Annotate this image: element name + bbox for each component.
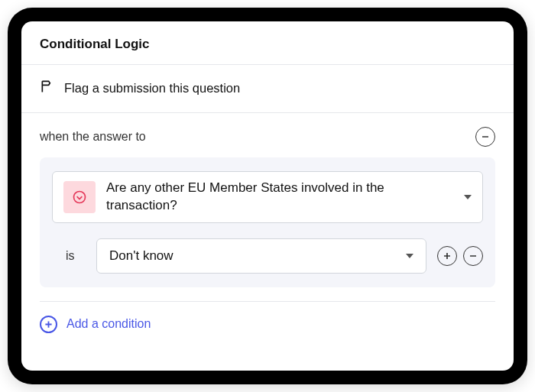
chevron-down-icon [464,195,472,199]
question-select[interactable]: Are any other EU Member States involved … [52,171,483,223]
header: Conditional Logic [21,21,514,65]
add-rule-button[interactable] [437,246,457,266]
remove-condition-group-button[interactable] [475,127,495,147]
add-condition-label: Add a condition [66,317,151,331]
when-row: when the answer to [21,113,514,157]
tablet-frame: Conditional Logic Flag a submission this… [8,8,527,384]
question-type-icon [63,181,96,213]
question-text: Are any other EU Member States involved … [106,180,453,215]
answer-text: Don't know [109,248,173,264]
flag-text: Flag a submission this question [64,81,240,96]
rule-buttons [437,246,483,266]
svg-point-1 [74,191,86,202]
operator-label: is [66,249,86,263]
condition-block: Are any other EU Member States involved … [40,157,495,287]
screen: Conditional Logic Flag a submission this… [21,21,514,371]
answer-row: is Don't know [52,238,483,274]
add-condition-button[interactable]: Add a condition [21,302,514,347]
plus-icon [40,316,57,333]
remove-rule-button[interactable] [463,246,483,266]
flag-row: Flag a submission this question [21,65,514,113]
flag-icon [40,79,55,97]
answer-select[interactable]: Don't know [96,238,426,274]
page-title: Conditional Logic [40,37,495,52]
chevron-down-icon [406,254,413,258]
when-label: when the answer to [40,130,146,144]
